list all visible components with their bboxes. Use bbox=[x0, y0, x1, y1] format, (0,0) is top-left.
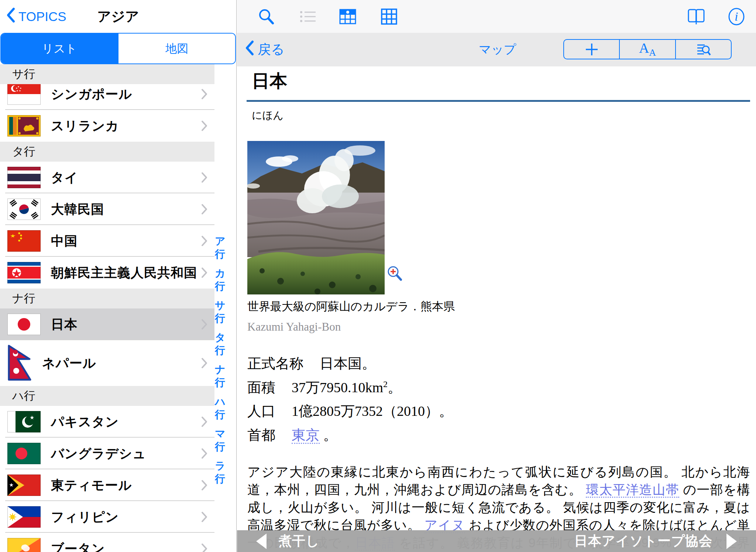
fact-value: 37万7950.10km2。 bbox=[292, 380, 402, 395]
fact-list: 正式名称日本国。面積37万7950.10km2。人口1億2805万7352（20… bbox=[247, 355, 750, 444]
flag-south-korea bbox=[7, 199, 41, 220]
country-label: 大韓民国 bbox=[51, 201, 104, 218]
fact-term: 正式名称 bbox=[247, 356, 303, 371]
chevron-right-icon bbox=[201, 416, 208, 428]
top-toolbar: i bbox=[237, 0, 756, 33]
chevron-left-icon bbox=[245, 40, 254, 59]
list-view-button[interactable] bbox=[299, 0, 317, 33]
country-row-philippines[interactable]: フィリピン bbox=[0, 501, 214, 533]
country-label: ブータン bbox=[51, 540, 105, 552]
svg-text:i: i bbox=[735, 10, 738, 23]
search-in-document-button[interactable] bbox=[675, 40, 731, 59]
photo-zoom-button[interactable] bbox=[386, 265, 403, 282]
article-toolbar: 戻る マップ AA bbox=[237, 33, 756, 66]
text-segment: 1億2805万7352（2010）。 bbox=[292, 403, 453, 419]
country-row-japan[interactable]: 日本 bbox=[0, 308, 214, 340]
topics-back-button[interactable]: TOPICS bbox=[6, 0, 66, 33]
chevron-right-icon bbox=[201, 511, 208, 523]
next-entry-arrow-icon[interactable] bbox=[726, 534, 737, 549]
flag-nepal bbox=[7, 344, 32, 382]
index-item[interactable]: ラ行 bbox=[215, 459, 234, 485]
chevron-right-icon bbox=[201, 172, 208, 183]
fact-term: 面積 bbox=[247, 380, 275, 395]
fact-value: 1億2805万7352（2010）。 bbox=[292, 403, 453, 419]
book-view-button[interactable] bbox=[687, 0, 706, 33]
article-link[interactable]: 環太平洋造山帯 bbox=[586, 482, 679, 498]
fact-row: 面積37万7950.10km2。 bbox=[247, 379, 750, 396]
fact-row: 人口1億2805万7352（2010）。 bbox=[247, 403, 750, 420]
app-window: TOPICS アジア リスト 地図 サ行シンガポールスリランカタ行タイ大韓民国中… bbox=[0, 0, 756, 552]
grid-view-button[interactable] bbox=[380, 0, 398, 33]
flag-japan bbox=[7, 314, 41, 335]
info-icon: i bbox=[727, 7, 746, 26]
previous-entry-button[interactable]: 煮干し bbox=[278, 530, 320, 552]
country-row-sri-lanka[interactable]: スリランカ bbox=[0, 110, 214, 142]
sidebar-header: TOPICS アジア bbox=[0, 0, 236, 33]
entry-navigation-bar: 煮干し 日本アイソトープ協会 bbox=[237, 530, 756, 552]
search-button[interactable] bbox=[258, 0, 275, 33]
book-icon bbox=[687, 8, 706, 25]
volcano-photo[interactable] bbox=[247, 141, 385, 294]
next-entry-button[interactable]: 日本アイソトープ協会 bbox=[574, 530, 712, 552]
country-row-pakistan[interactable]: パキスタン bbox=[0, 406, 214, 438]
index-item[interactable]: ハ行 bbox=[215, 395, 234, 421]
index-item[interactable]: マ行 bbox=[215, 427, 234, 453]
fact-row: 正式名称日本国。 bbox=[247, 355, 750, 373]
sidebar: TOPICS アジア リスト 地図 サ行シンガポールスリランカタ行タイ大韓民国中… bbox=[0, 0, 237, 552]
index-item[interactable]: サ行 bbox=[215, 299, 234, 325]
previous-entry-arrow-icon[interactable] bbox=[256, 534, 267, 549]
info-button[interactable]: i bbox=[727, 0, 746, 33]
country-row-south-korea[interactable]: 大韓民国 bbox=[0, 193, 214, 225]
fact-value: 日本国。 bbox=[320, 356, 376, 371]
section-header: ハ行 bbox=[0, 386, 214, 406]
flag-north-korea bbox=[7, 262, 41, 283]
fact-value: 東京 。 bbox=[292, 427, 337, 444]
index-item[interactable]: ア行 bbox=[215, 235, 234, 261]
fact-row: 首都東京 。 bbox=[247, 427, 750, 444]
tab-map[interactable]: 地図 bbox=[118, 34, 235, 63]
topics-back-label: TOPICS bbox=[18, 9, 66, 24]
flag-thailand bbox=[7, 167, 41, 188]
plus-icon bbox=[584, 42, 599, 57]
country-label: フィリピン bbox=[51, 508, 119, 526]
country-row-bangladesh[interactable]: バングラデシュ bbox=[0, 438, 214, 469]
country-label: バングラデシュ bbox=[51, 445, 146, 462]
chevron-left-icon bbox=[6, 7, 16, 26]
list-view-icon bbox=[299, 8, 317, 25]
add-bookmark-button[interactable] bbox=[564, 40, 619, 59]
chevron-right-icon bbox=[201, 543, 208, 552]
photo-caption: 世界最大級の阿蘇山のカルデラ．熊本県 bbox=[247, 299, 750, 314]
article-tools-segmented-control: AA bbox=[563, 39, 732, 59]
country-row-east-timor[interactable]: 東ティモール bbox=[0, 469, 214, 501]
index-item[interactable]: タ行 bbox=[215, 331, 234, 357]
country-row-china[interactable]: 中国 bbox=[0, 225, 214, 257]
article-title: 日本 bbox=[247, 72, 750, 91]
country-label: 中国 bbox=[51, 232, 78, 250]
article-photo-block bbox=[247, 141, 385, 294]
flag-sri-lanka bbox=[7, 115, 41, 137]
country-row-bhutan[interactable]: ブータン bbox=[0, 533, 214, 552]
country-label: パキスタン bbox=[51, 413, 119, 431]
calendar-grid-view-button[interactable] bbox=[339, 0, 357, 33]
title-rule bbox=[247, 100, 750, 102]
tab-list[interactable]: リスト bbox=[1, 34, 118, 63]
font-size-button[interactable]: AA bbox=[619, 40, 675, 59]
map-button[interactable]: マップ bbox=[479, 33, 516, 66]
country-row-north-korea[interactable]: 朝鮮民主主義人民共和国 bbox=[0, 257, 214, 289]
country-row-thailand[interactable]: タイ bbox=[0, 162, 214, 193]
country-label: 朝鮮民主主義人民共和国 bbox=[51, 264, 197, 282]
fact-term: 人口 bbox=[247, 403, 275, 419]
article-back-button[interactable]: 戻る bbox=[245, 33, 285, 66]
country-row-nepal[interactable]: ネパール bbox=[0, 340, 214, 386]
country-label: タイ bbox=[51, 169, 78, 186]
index-item[interactable]: ナ行 bbox=[215, 363, 234, 389]
country-label: 東ティモール bbox=[51, 477, 132, 494]
list-map-tab-control: リスト 地図 bbox=[0, 33, 236, 64]
country-label: ネパール bbox=[42, 355, 96, 372]
article-link[interactable]: 東京 bbox=[292, 427, 320, 444]
search-icon bbox=[258, 8, 275, 25]
article-panel: i 戻る マップ AA bbox=[237, 0, 756, 552]
index-item[interactable]: カ行 bbox=[215, 267, 234, 293]
flag-singapore bbox=[7, 83, 41, 105]
country-label: スリランカ bbox=[51, 117, 119, 135]
